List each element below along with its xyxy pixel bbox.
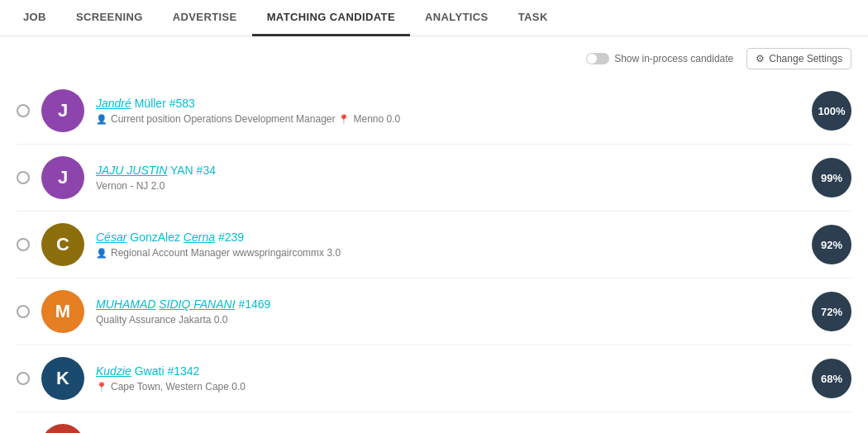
- select-radio-2[interactable]: [17, 171, 30, 184]
- toolbar: Show in-process candidate ⚙ Change Setti…: [0, 36, 868, 78]
- avatar: J: [41, 89, 84, 132]
- show-in-process-label: Show in-process candidate: [614, 53, 733, 64]
- location-1: Menno 0.0: [353, 113, 400, 125]
- nav-matching-candidate[interactable]: MATCHING CANDIDATE: [252, 0, 410, 36]
- score-badge-3: 92%: [812, 225, 851, 264]
- name-highlight-5: Kudzie: [96, 364, 131, 378]
- table-row: J JAJU JUSTIN YAN #34 Vernon - NJ 2.0 99…: [17, 145, 851, 212]
- candidate-info-2: JAJU JUSTIN YAN #34 Vernon - NJ 2.0: [96, 164, 800, 192]
- name-highlight-3b: Cerna: [184, 231, 215, 244]
- change-settings-button[interactable]: ⚙ Change Settings: [746, 48, 851, 69]
- table-row: C César GonzAlez Cerna #239 👤 Regional A…: [17, 212, 851, 278]
- location-icon-1: 📍: [338, 114, 350, 125]
- candidate-sub-2: Vernon - NJ 2.0: [96, 180, 800, 192]
- sub-text-5: Cape Town, Western Cape 0.0: [111, 381, 246, 393]
- avatar: K: [41, 357, 84, 400]
- avatar: C: [41, 223, 84, 266]
- candidate-sub-5: 📍 Cape Town, Western Cape 0.0: [96, 381, 800, 393]
- avatar-partial: [41, 424, 84, 433]
- person-icon: 👤: [96, 114, 107, 125]
- sub-text-1: Current position Operations Development …: [111, 113, 335, 125]
- candidate-name-4[interactable]: MUHAMAD SIDIQ FANANI #1469: [96, 297, 800, 311]
- candidate-name-1[interactable]: Jandré Müller #583: [96, 97, 800, 110]
- nav-job[interactable]: JOB: [8, 0, 61, 36]
- candidate-info-3: César GonzAlez Cerna #239 👤 Regional Acc…: [96, 231, 800, 259]
- avatar: M: [41, 290, 84, 333]
- candidate-name-3[interactable]: César GonzAlez Cerna #239: [96, 231, 800, 244]
- name-normal-3b: #239: [218, 231, 244, 244]
- nav-screening[interactable]: SCREENING: [61, 0, 158, 36]
- candidate-list: J Jandré Müller #583 👤 Current position …: [0, 78, 868, 433]
- score-badge-2: 99%: [812, 158, 851, 197]
- show-in-process-toggle-container[interactable]: Show in-process candidate: [586, 53, 733, 64]
- name-normal-2: YAN #34: [170, 164, 216, 177]
- name-normal-4b: #1469: [238, 297, 270, 311]
- select-radio-5[interactable]: [17, 372, 30, 385]
- candidate-name-2[interactable]: JAJU JUSTIN YAN #34: [96, 164, 800, 177]
- candidate-info-5: Kudzie Gwati #1342 📍 Cape Town, Western …: [96, 364, 800, 393]
- change-settings-label: Change Settings: [769, 53, 842, 64]
- name-normal-5: Gwati #1342: [135, 364, 200, 378]
- candidate-info-1: Jandré Müller #583 👤 Current position Op…: [96, 97, 800, 125]
- select-radio-3[interactable]: [17, 238, 30, 251]
- settings-icon: ⚙: [756, 53, 765, 64]
- name-highlight-4b: SIDIQ FANANI: [159, 297, 235, 311]
- candidate-name-5[interactable]: Kudzie Gwati #1342: [96, 364, 800, 378]
- sub-text-3: Regional Account Manager wwwspringaircom…: [111, 247, 341, 259]
- name-highlight-3: César: [96, 231, 126, 244]
- candidate-sub-1: 👤 Current position Operations Developmen…: [96, 113, 800, 125]
- top-nav: JOB SCREENING ADVERTISE MATCHING CANDIDA…: [0, 0, 868, 36]
- nav-analytics[interactable]: ANALYTICS: [410, 0, 503, 36]
- name-highlight: Jandré: [96, 97, 131, 110]
- table-row-partial: [17, 412, 851, 433]
- candidate-sub-4: Quality Assurance Jakarta 0.0: [96, 314, 800, 326]
- nav-task[interactable]: TASK: [503, 0, 563, 36]
- name-highlight-2: JAJU JUSTIN: [96, 164, 167, 177]
- select-radio-1[interactable]: [17, 104, 30, 117]
- name-normal: Müller #583: [135, 97, 195, 110]
- candidate-info-4: MUHAMAD SIDIQ FANANI #1469 Quality Assur…: [96, 297, 800, 326]
- table-row: J Jandré Müller #583 👤 Current position …: [17, 78, 851, 145]
- sub-text-2: Vernon - NJ 2.0: [96, 180, 165, 192]
- name-highlight-4: MUHAMAD: [96, 297, 155, 311]
- select-radio-4[interactable]: [17, 305, 30, 318]
- score-badge-5: 68%: [812, 359, 851, 398]
- name-normal-3: GonzAlez: [130, 231, 184, 244]
- avatar: J: [41, 156, 84, 199]
- candidate-sub-3: 👤 Regional Account Manager wwwspringairc…: [96, 247, 800, 259]
- table-row: K Kudzie Gwati #1342 📍 Cape Town, Wester…: [17, 345, 851, 412]
- table-row: M MUHAMAD SIDIQ FANANI #1469 Quality Ass…: [17, 278, 851, 345]
- score-badge-4: 72%: [812, 292, 851, 331]
- score-badge-1: 100%: [812, 91, 851, 131]
- toggle-switch[interactable]: [586, 53, 609, 64]
- location-icon-5: 📍: [96, 382, 107, 393]
- person-icon-3: 👤: [96, 248, 107, 259]
- nav-advertise[interactable]: ADVERTISE: [158, 0, 252, 36]
- sub-text-4: Quality Assurance Jakarta 0.0: [96, 314, 227, 326]
